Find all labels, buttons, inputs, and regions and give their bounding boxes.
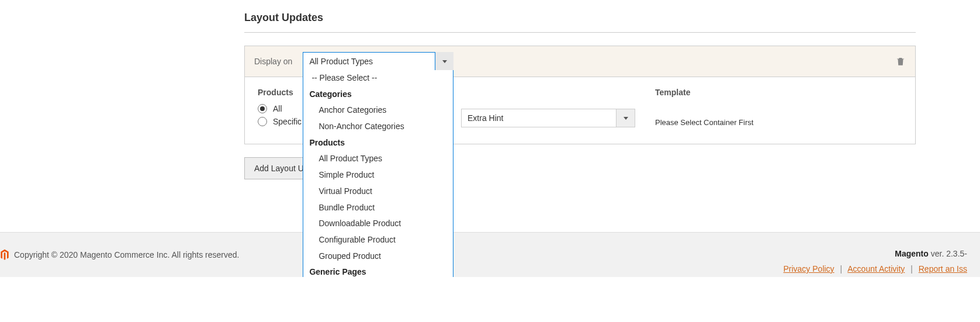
dropdown-option[interactable]: Anchor Categories	[303, 102, 453, 119]
radio-icon	[258, 117, 267, 126]
radio-all-label: All	[273, 104, 282, 113]
layout-update-block: Display on All Product Types -- Please S…	[244, 46, 916, 144]
brand-name: Magento	[895, 249, 929, 258]
magento-logo-icon	[0, 249, 9, 261]
display-on-value: All Product Types	[309, 57, 373, 66]
dropdown-option[interactable]: Bundle Product	[303, 200, 453, 216]
separator: |	[910, 264, 913, 273]
copyright: Copyright © 2020 Magento Commerce Inc. A…	[0, 249, 239, 261]
footer: Copyright © 2020 Magento Commerce Inc. A…	[0, 232, 980, 277]
dropdown-option[interactable]: Virtual Product	[303, 183, 453, 200]
radio-icon	[258, 104, 267, 113]
dropdown-option[interactable]: All Product Types	[303, 151, 453, 167]
display-on-select-wrap: All Product Types -- Please Select -- Ca…	[303, 52, 453, 71]
dropdown-option[interactable]: Non-Anchor Categories	[303, 119, 453, 135]
display-on-select[interactable]: All Product Types	[303, 52, 453, 71]
dropdown-option[interactable]: -- Please Select --	[303, 70, 453, 86]
template-label: Template	[655, 88, 753, 97]
dropdown-option[interactable]: Configurable Product	[303, 232, 453, 248]
account-activity-link[interactable]: Account Activity	[847, 264, 905, 273]
section-title: Layout Updates	[244, 12, 916, 33]
container-select-value: Extra Hint	[468, 113, 503, 123]
footer-links: Privacy Policy | Account Activity | Repo…	[783, 264, 967, 273]
template-column: Template Please Select Container First	[655, 88, 753, 130]
display-on-label: Display on	[254, 57, 292, 66]
copyright-text: Copyright © 2020 Magento Commerce Inc. A…	[14, 250, 239, 259]
chevron-down-icon	[624, 117, 628, 120]
template-message: Please Select Container First	[655, 118, 753, 127]
dropdown-group-generic: Generic Pages	[303, 264, 453, 277]
block-header: Display on All Product Types -- Please S…	[245, 46, 915, 77]
dropdown-option[interactable]: Downloadable Product	[303, 216, 453, 232]
display-on-trigger[interactable]	[435, 52, 453, 71]
footer-right: Magento ver. 2.3.5- Privacy Policy | Acc…	[783, 249, 967, 273]
separator: |	[840, 264, 843, 273]
version-prefix: ver.	[929, 249, 946, 258]
radio-specific-label: Specific	[273, 117, 302, 126]
display-on-dropdown: -- Please Select -- Categories Anchor Ca…	[303, 70, 453, 277]
dropdown-option[interactable]: Grouped Product	[303, 248, 453, 265]
container-select-trigger[interactable]	[616, 109, 635, 127]
chevron-down-icon	[442, 60, 447, 63]
dropdown-group-categories: Categories	[303, 86, 453, 103]
dropdown-option[interactable]: Simple Product	[303, 167, 453, 183]
container-select[interactable]: Extra Hint	[461, 109, 635, 127]
dropdown-group-products: Products	[303, 135, 453, 151]
privacy-policy-link[interactable]: Privacy Policy	[783, 264, 834, 273]
version-number: 2.3.5-	[946, 249, 967, 258]
trash-icon[interactable]	[895, 56, 906, 67]
report-issue-link[interactable]: Report an Iss	[919, 264, 967, 273]
version-line: Magento ver. 2.3.5-	[783, 249, 967, 258]
